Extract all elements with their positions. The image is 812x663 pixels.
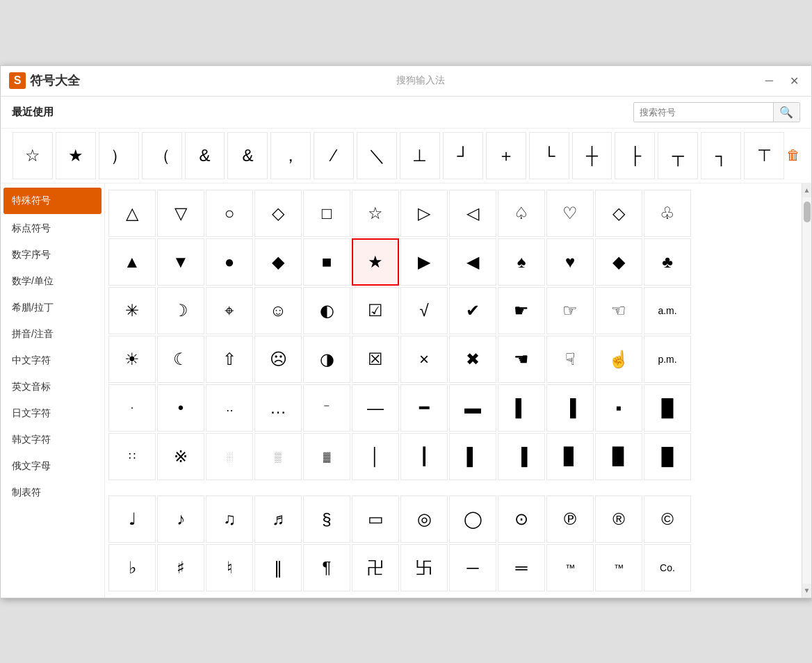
sym-0-8[interactable]: ♤ bbox=[498, 190, 545, 237]
sym-7-7[interactable]: ◯ bbox=[449, 496, 496, 543]
close-button[interactable]: ✕ bbox=[786, 73, 803, 89]
sym-3-11[interactable]: p.m. bbox=[644, 336, 691, 383]
sym-0-5[interactable]: ☆ bbox=[352, 190, 399, 237]
scroll-thumb[interactable] bbox=[804, 202, 811, 222]
sym-1-3[interactable]: ◆ bbox=[254, 238, 302, 286]
sym-8-7[interactable]: ─ bbox=[449, 544, 496, 591]
sym-4-1[interactable]: • bbox=[157, 384, 204, 432]
sym-2-6[interactable]: √ bbox=[400, 287, 448, 334]
sym-2-4[interactable]: ◐ bbox=[303, 287, 350, 334]
sidebar-item-russian[interactable]: 俄文字母 bbox=[1, 453, 104, 480]
sym-3-4[interactable]: ◑ bbox=[303, 336, 350, 383]
sym-8-0[interactable]: ♭ bbox=[108, 544, 156, 591]
recent-sym-15[interactable]: ┬ bbox=[658, 132, 698, 179]
sym-5-5[interactable]: │ bbox=[352, 433, 399, 480]
sidebar-item-greek[interactable]: 希腊/拉丁 bbox=[1, 295, 104, 321]
sym-2-3[interactable]: ☺ bbox=[254, 287, 302, 334]
sym-3-9[interactable]: ☟ bbox=[546, 336, 594, 383]
recent-sym-13[interactable]: ┼ bbox=[572, 132, 612, 179]
sym-5-8[interactable]: ▐ bbox=[498, 433, 545, 480]
search-button[interactable]: 🔍 bbox=[773, 103, 799, 122]
recent-sym-11[interactable]: ＋ bbox=[486, 132, 526, 179]
sym-5-1[interactable]: ※ bbox=[157, 433, 204, 480]
sym-5-2[interactable]: ░ bbox=[206, 433, 253, 480]
sym-1-1[interactable]: ▼ bbox=[157, 238, 204, 286]
recent-sym-12[interactable]: └ bbox=[529, 132, 569, 179]
sidebar-item-special[interactable]: 特殊符号 bbox=[3, 188, 102, 214]
recent-sym-16[interactable]: ┐ bbox=[701, 132, 741, 179]
sym-3-0[interactable]: ☀ bbox=[108, 336, 156, 383]
sym-1-6[interactable]: ▶ bbox=[400, 238, 448, 286]
sym-1-0[interactable]: ▲ bbox=[108, 238, 156, 286]
recent-sym-17[interactable]: ⊤ bbox=[744, 132, 784, 179]
recent-sym-6[interactable]: ， bbox=[270, 132, 311, 179]
scroll-down[interactable]: ▼ bbox=[802, 584, 812, 598]
sym-7-5[interactable]: ▭ bbox=[352, 496, 399, 543]
sym-0-11[interactable]: ♧ bbox=[644, 190, 691, 237]
sym-2-8[interactable]: ☛ bbox=[498, 287, 545, 334]
sym-7-8[interactable]: ⊙ bbox=[498, 496, 545, 543]
sym-2-7[interactable]: ✔ bbox=[449, 287, 496, 334]
sym-1-8[interactable]: ♠ bbox=[498, 238, 545, 286]
recent-sym-8[interactable]: ＼ bbox=[357, 132, 397, 179]
recent-sym-10[interactable]: ┘ bbox=[443, 132, 483, 179]
sym-7-3[interactable]: ♬ bbox=[254, 496, 302, 543]
search-input[interactable] bbox=[634, 104, 773, 120]
sym-3-5[interactable]: ☒ bbox=[352, 336, 399, 383]
sym-3-2[interactable]: ⇧ bbox=[206, 336, 253, 383]
sym-8-3[interactable]: ‖ bbox=[254, 544, 302, 591]
sym-1-2[interactable]: ● bbox=[206, 238, 253, 286]
sidebar-item-punct[interactable]: 标点符号 bbox=[1, 215, 104, 242]
sym-7-0[interactable]: ♩ bbox=[108, 496, 156, 543]
recent-sym-2[interactable]: ） bbox=[99, 132, 139, 179]
sym-0-10[interactable]: ◇ bbox=[595, 190, 642, 237]
sym-5-0[interactable]: ∷ bbox=[108, 433, 156, 480]
sym-3-7[interactable]: ✖ bbox=[449, 336, 496, 383]
sym-3-1[interactable]: ☾ bbox=[157, 336, 204, 383]
sym-5-4[interactable]: ▓ bbox=[303, 433, 350, 480]
sym-5-10[interactable]: ▉ bbox=[595, 433, 642, 480]
sym-1-4[interactable]: ■ bbox=[303, 238, 350, 286]
sym-7-9[interactable]: ℗ bbox=[546, 496, 594, 543]
sym-5-6[interactable]: ┃ bbox=[400, 433, 448, 480]
sym-8-5[interactable]: 卍 bbox=[352, 544, 399, 591]
sym-7-2[interactable]: ♫ bbox=[206, 496, 253, 543]
recent-sym-14[interactable]: ├ bbox=[615, 132, 655, 179]
minimize-button[interactable]: ─ bbox=[761, 73, 777, 88]
sym-0-9[interactable]: ♡ bbox=[546, 190, 594, 237]
sym-8-1[interactable]: ♯ bbox=[157, 544, 204, 591]
sidebar-item-pinyin[interactable]: 拼音/注音 bbox=[1, 321, 104, 347]
sym-0-3[interactable]: ◇ bbox=[254, 190, 302, 237]
sym-8-10[interactable]: ™ bbox=[595, 544, 642, 591]
sym-8-6[interactable]: 卐 bbox=[400, 544, 448, 591]
sym-5-3[interactable]: ▒ bbox=[254, 433, 302, 480]
sym-4-2[interactable]: ‥ bbox=[206, 384, 253, 432]
sidebar-item-japanese[interactable]: 日文字符 bbox=[1, 400, 104, 427]
sym-5-11[interactable]: █ bbox=[644, 433, 691, 480]
sym-4-8[interactable]: ▌ bbox=[498, 384, 545, 432]
sym-4-4[interactable]: ⁻ bbox=[303, 384, 350, 432]
sidebar-item-english[interactable]: 英文音标 bbox=[1, 374, 104, 400]
sidebar-item-math[interactable]: 数学/单位 bbox=[1, 268, 104, 295]
sym-2-11[interactable]: a.m. bbox=[644, 287, 691, 334]
sym-2-1[interactable]: ☽ bbox=[157, 287, 204, 334]
recent-sym-0[interactable]: ☆ bbox=[13, 132, 53, 179]
sidebar-item-numseq[interactable]: 数字序号 bbox=[1, 242, 104, 268]
sym-0-0[interactable]: △ bbox=[108, 190, 156, 237]
sym-3-8[interactable]: ☚ bbox=[498, 336, 545, 383]
sym-7-6[interactable]: ◎ bbox=[400, 496, 448, 543]
sym-5-9[interactable]: ▊ bbox=[546, 433, 594, 480]
sym-2-10[interactable]: ☜ bbox=[595, 287, 642, 334]
sym-2-0[interactable]: ✳ bbox=[108, 287, 156, 334]
sym-1-11[interactable]: ♣ bbox=[644, 238, 691, 286]
sym-4-6[interactable]: ━ bbox=[400, 384, 448, 432]
recent-sym-5[interactable]: & bbox=[227, 132, 268, 179]
sym-4-5[interactable]: — bbox=[352, 384, 399, 432]
sym-1-7[interactable]: ◀ bbox=[449, 238, 496, 286]
sym-0-1[interactable]: ▽ bbox=[157, 190, 204, 237]
sym-8-9[interactable]: ™ bbox=[546, 544, 594, 591]
recent-sym-1[interactable]: ★ bbox=[56, 132, 96, 179]
recent-sym-9[interactable]: ⊥ bbox=[400, 132, 440, 179]
sym-2-5[interactable]: ☑ bbox=[352, 287, 399, 334]
recent-sym-4[interactable]: & bbox=[185, 132, 225, 179]
